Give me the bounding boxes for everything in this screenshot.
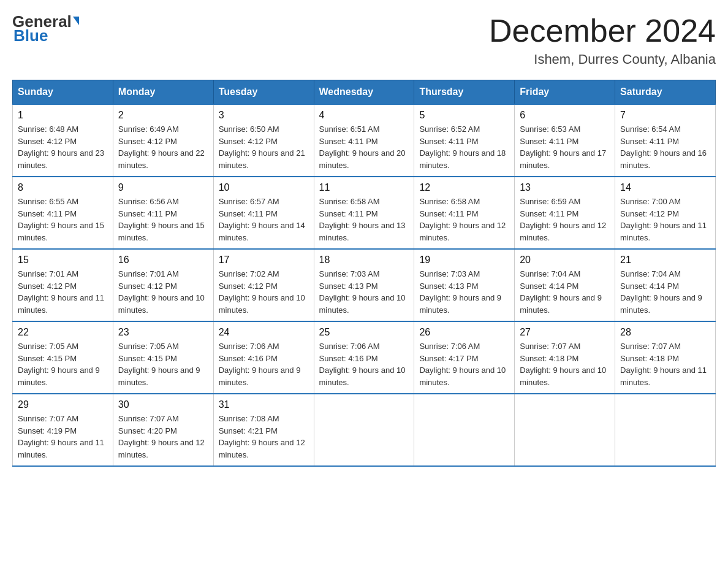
day-number: 23 (118, 327, 208, 338)
calendar-cell: 14Sunrise: 7:00 AMSunset: 4:12 PMDayligh… (615, 177, 716, 249)
day-info: Sunrise: 6:57 AMSunset: 4:11 PMDaylight:… (219, 196, 309, 243)
calendar-header-row: SundayMondayTuesdayWednesdayThursdayFrid… (13, 80, 716, 105)
day-number: 22 (18, 327, 108, 338)
calendar-cell: 2Sunrise: 6:49 AMSunset: 4:12 PMDaylight… (113, 104, 213, 177)
calendar-cell: 3Sunrise: 6:50 AMSunset: 4:12 PMDaylight… (213, 104, 314, 177)
calendar-cell: 27Sunrise: 7:07 AMSunset: 4:18 PMDayligh… (515, 321, 615, 394)
day-info: Sunrise: 6:52 AMSunset: 4:11 PMDaylight:… (419, 123, 509, 171)
day-info: Sunrise: 6:56 AMSunset: 4:11 PMDaylight:… (118, 196, 208, 243)
calendar-cell: 31Sunrise: 7:08 AMSunset: 4:21 PMDayligh… (213, 394, 314, 466)
day-info: Sunrise: 7:06 AMSunset: 4:16 PMDaylight:… (319, 340, 409, 388)
column-header-tuesday: Tuesday (213, 80, 314, 105)
day-info: Sunrise: 6:51 AMSunset: 4:11 PMDaylight:… (319, 123, 409, 171)
day-number: 11 (319, 182, 409, 193)
day-info: Sunrise: 7:06 AMSunset: 4:16 PMDaylight:… (219, 340, 309, 388)
calendar-cell: 13Sunrise: 6:59 AMSunset: 4:11 PMDayligh… (515, 177, 615, 249)
day-number: 21 (620, 255, 710, 266)
calendar-cell: 10Sunrise: 6:57 AMSunset: 4:11 PMDayligh… (213, 177, 314, 249)
day-number: 25 (319, 327, 409, 338)
calendar-cell: 30Sunrise: 7:07 AMSunset: 4:20 PMDayligh… (113, 394, 213, 466)
column-header-wednesday: Wednesday (314, 80, 414, 105)
day-info: Sunrise: 6:49 AMSunset: 4:12 PMDaylight:… (118, 123, 208, 171)
day-info: Sunrise: 7:06 AMSunset: 4:17 PMDaylight:… (419, 340, 509, 388)
calendar-cell (515, 394, 615, 466)
day-info: Sunrise: 7:07 AMSunset: 4:19 PMDaylight:… (18, 413, 108, 461)
calendar-cell: 16Sunrise: 7:01 AMSunset: 4:12 PMDayligh… (113, 249, 213, 321)
calendar-cell (615, 394, 716, 466)
calendar-cell: 1Sunrise: 6:48 AMSunset: 4:12 PMDaylight… (13, 104, 113, 177)
day-number: 18 (319, 255, 409, 266)
day-info: Sunrise: 7:05 AMSunset: 4:15 PMDaylight:… (18, 340, 108, 388)
day-info: Sunrise: 7:04 AMSunset: 4:14 PMDaylight:… (620, 268, 710, 316)
calendar-cell: 28Sunrise: 7:07 AMSunset: 4:18 PMDayligh… (615, 321, 716, 394)
calendar-week-2: 8Sunrise: 6:55 AMSunset: 4:11 PMDaylight… (13, 177, 716, 249)
day-info: Sunrise: 6:54 AMSunset: 4:11 PMDaylight:… (620, 123, 710, 171)
day-number: 24 (219, 327, 309, 338)
day-info: Sunrise: 6:55 AMSunset: 4:11 PMDaylight:… (18, 196, 108, 243)
day-info: Sunrise: 7:07 AMSunset: 4:18 PMDaylight:… (620, 340, 710, 388)
day-number: 28 (620, 327, 710, 338)
calendar-cell: 17Sunrise: 7:02 AMSunset: 4:12 PMDayligh… (213, 249, 314, 321)
calendar-cell: 12Sunrise: 6:58 AMSunset: 4:11 PMDayligh… (414, 177, 515, 249)
calendar-table: SundayMondayTuesdayWednesdayThursdayFrid… (12, 80, 716, 467)
calendar-week-3: 15Sunrise: 7:01 AMSunset: 4:12 PMDayligh… (13, 249, 716, 321)
calendar-cell: 6Sunrise: 6:53 AMSunset: 4:11 PMDaylight… (515, 104, 615, 177)
day-info: Sunrise: 6:53 AMSunset: 4:11 PMDaylight:… (520, 123, 610, 171)
day-info: Sunrise: 7:00 AMSunset: 4:12 PMDaylight:… (620, 196, 710, 243)
day-info: Sunrise: 7:01 AMSunset: 4:12 PMDaylight:… (118, 268, 208, 316)
page-header: General Blue December 2024 Ishem, Durres… (12, 12, 716, 67)
day-number: 27 (520, 327, 610, 338)
day-info: Sunrise: 6:59 AMSunset: 4:11 PMDaylight:… (520, 196, 610, 243)
calendar-cell: 15Sunrise: 7:01 AMSunset: 4:12 PMDayligh… (13, 249, 113, 321)
day-number: 3 (219, 110, 309, 121)
day-number: 6 (520, 110, 610, 121)
day-number: 29 (18, 399, 108, 410)
day-number: 5 (419, 110, 509, 121)
day-info: Sunrise: 7:02 AMSunset: 4:12 PMDaylight:… (219, 268, 309, 316)
calendar-cell: 21Sunrise: 7:04 AMSunset: 4:14 PMDayligh… (615, 249, 716, 321)
day-info: Sunrise: 6:48 AMSunset: 4:12 PMDaylight:… (18, 123, 108, 171)
logo-arrow-icon (73, 17, 79, 25)
day-number: 8 (18, 182, 108, 193)
day-number: 1 (18, 110, 108, 121)
calendar-week-5: 29Sunrise: 7:07 AMSunset: 4:19 PMDayligh… (13, 394, 716, 466)
column-header-thursday: Thursday (414, 80, 515, 105)
day-number: 10 (219, 182, 309, 193)
calendar-cell: 19Sunrise: 7:03 AMSunset: 4:13 PMDayligh… (414, 249, 515, 321)
calendar-cell: 8Sunrise: 6:55 AMSunset: 4:11 PMDaylight… (13, 177, 113, 249)
day-info: Sunrise: 7:01 AMSunset: 4:12 PMDaylight:… (18, 268, 108, 316)
day-info: Sunrise: 6:58 AMSunset: 4:11 PMDaylight:… (319, 196, 409, 243)
calendar-cell: 23Sunrise: 7:05 AMSunset: 4:15 PMDayligh… (113, 321, 213, 394)
calendar-cell (414, 394, 515, 466)
column-header-friday: Friday (515, 80, 615, 105)
logo-blue-text: Blue (12, 26, 48, 45)
day-number: 20 (520, 255, 610, 266)
day-number: 26 (419, 327, 509, 338)
calendar-week-1: 1Sunrise: 6:48 AMSunset: 4:12 PMDaylight… (13, 104, 716, 177)
day-info: Sunrise: 6:58 AMSunset: 4:11 PMDaylight:… (419, 196, 509, 243)
day-number: 16 (118, 255, 208, 266)
column-header-monday: Monday (113, 80, 213, 105)
column-header-sunday: Sunday (13, 80, 113, 105)
calendar-cell: 11Sunrise: 6:58 AMSunset: 4:11 PMDayligh… (314, 177, 414, 249)
calendar-cell: 26Sunrise: 7:06 AMSunset: 4:17 PMDayligh… (414, 321, 515, 394)
location-title: Ishem, Durres County, Albania (489, 52, 716, 67)
day-number: 19 (419, 255, 509, 266)
day-number: 15 (18, 255, 108, 266)
calendar-cell: 9Sunrise: 6:56 AMSunset: 4:11 PMDaylight… (113, 177, 213, 249)
day-info: Sunrise: 7:05 AMSunset: 4:15 PMDaylight:… (118, 340, 208, 388)
day-number: 14 (620, 182, 710, 193)
day-info: Sunrise: 6:50 AMSunset: 4:12 PMDaylight:… (219, 123, 309, 171)
day-number: 13 (520, 182, 610, 193)
calendar-cell: 25Sunrise: 7:06 AMSunset: 4:16 PMDayligh… (314, 321, 414, 394)
month-title: December 2024 (489, 12, 716, 49)
calendar-cell: 22Sunrise: 7:05 AMSunset: 4:15 PMDayligh… (13, 321, 113, 394)
day-number: 31 (219, 399, 309, 410)
day-number: 7 (620, 110, 710, 121)
calendar-cell: 7Sunrise: 6:54 AMSunset: 4:11 PMDaylight… (615, 104, 716, 177)
column-header-saturday: Saturday (615, 80, 716, 105)
calendar-cell: 24Sunrise: 7:06 AMSunset: 4:16 PMDayligh… (213, 321, 314, 394)
day-info: Sunrise: 7:04 AMSunset: 4:14 PMDaylight:… (520, 268, 610, 316)
day-info: Sunrise: 7:07 AMSunset: 4:20 PMDaylight:… (118, 413, 208, 461)
day-info: Sunrise: 7:03 AMSunset: 4:13 PMDaylight:… (319, 268, 409, 316)
